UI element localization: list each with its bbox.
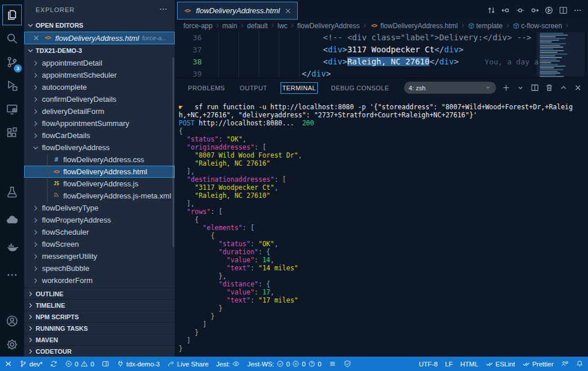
notifications[interactable] (576, 360, 583, 368)
breadcrumb-item[interactable]: force-app (183, 22, 213, 30)
line-number: 38 (175, 56, 202, 68)
activity-account[interactable] (0, 309, 24, 332)
sidebar-section-outline[interactable]: OUTLINE (24, 288, 175, 299)
tree-item[interactable]: flowPropertyAddress (24, 214, 175, 226)
tree-item[interactable]: workorderForm (24, 274, 175, 286)
chevron-right-icon (32, 277, 40, 285)
code-editor[interactable]: 36373839 <!-- <div class="label">Deliver… (175, 31, 588, 78)
nav-node-icon[interactable] (516, 6, 525, 15)
add-icon[interactable] (502, 83, 510, 92)
sidebar-section-codetour[interactable]: CODETOUR (24, 345, 175, 357)
js-file-icon: JS (52, 179, 61, 189)
tree-item[interactable]: flowScreen (24, 238, 175, 250)
activity-docker[interactable] (0, 236, 24, 259)
jest-ws-status[interactable]: Jest-WS:000 (247, 360, 321, 368)
breadcrumb-item[interactable]: default (247, 22, 268, 30)
activity-run-debug[interactable] (0, 74, 24, 97)
minimap[interactable] (536, 32, 585, 77)
sidebar-scrollbar[interactable] (172, 58, 174, 247)
problems-status[interactable]: 00 (65, 360, 94, 368)
sync-status[interactable] (50, 360, 57, 368)
terminal-line: ☛ sf run function -u http://localhost:80… (179, 103, 588, 111)
tree-item[interactable]: appointmentDetail (24, 57, 175, 69)
sidebar-section-timeline[interactable]: TIMELINE (24, 299, 175, 311)
panel-tab-problems[interactable]: PROBLEMS (187, 83, 226, 93)
sidebar-section-running-tasks[interactable]: RUNNING TASKS (24, 322, 175, 334)
tree-item[interactable]: flowCarDetails (24, 129, 175, 141)
eslint-status[interactable]: ESLint (486, 360, 515, 368)
tree-item[interactable]: flowDeliveryType (24, 202, 175, 214)
remote-indicator[interactable] (5, 360, 12, 368)
nav-forward-icon[interactable] (530, 6, 539, 15)
org-status[interactable]: tdx-demo-3 (117, 360, 160, 368)
language-mode[interactable]: HTML (460, 361, 478, 368)
split-editor-icon[interactable] (559, 6, 568, 15)
tree-item[interactable]: speechBubble (24, 262, 175, 274)
open-editors-header[interactable]: OPEN EDITORS (24, 19, 175, 32)
compare-changes-icon[interactable] (487, 6, 496, 15)
workspace-trust[interactable] (344, 360, 351, 368)
panel-tab-output[interactable]: OUTPUT (239, 83, 268, 93)
sidebar-section-maven[interactable]: MAVEN (24, 334, 175, 345)
tree-item[interactable]: flowScheduler (24, 226, 175, 238)
live-share[interactable]: Live Share (167, 360, 209, 368)
activity-source-control[interactable]: 3 (0, 51, 24, 74)
editor-tab[interactable]: <>flowDeliveryAddress.html (177, 2, 298, 20)
code-content[interactable]: <!-- <div class="label">Delivery:</div> … (205, 31, 588, 78)
git-branch-status[interactable]: dev* (20, 360, 43, 368)
status-bar-left: dev*00tdx-demo-3Live ShareJest:Jest-WS:0… (5, 360, 351, 368)
tree-item[interactable]: flowDeliveryAddress (24, 141, 175, 154)
breadcrumb-item[interactable]: lwc (278, 22, 287, 30)
eol[interactable]: LF (445, 361, 452, 368)
nav-back-icon[interactable] (501, 6, 510, 15)
tasks-menu[interactable] (329, 360, 336, 368)
status-bar-right: UTF-8LFHTMLESLintPrettier (419, 360, 583, 368)
breadcrumb-item[interactable]: c-flow-screen (513, 22, 562, 30)
tree-item[interactable]: appointmentScheduler (24, 69, 175, 81)
search-icon (6, 32, 18, 45)
chevron-up-icon[interactable] (559, 83, 568, 92)
extensions-icon (6, 127, 18, 139)
trash-icon[interactable] (545, 83, 554, 92)
jest-status[interactable]: Jest: (216, 360, 240, 368)
activity-extensions[interactable] (0, 121, 24, 144)
activity-more[interactable] (0, 263, 24, 286)
editor-layout[interactable] (102, 360, 109, 368)
line-number-gutter: 36373839 (175, 31, 202, 78)
breadcrumb-item[interactable]: template (468, 22, 503, 30)
sidebar-section-npm-scripts[interactable]: NPM SCRIPTS (24, 311, 175, 322)
code-line: <div>3117 Woodpecker Ct</div> (323, 44, 463, 56)
terminal-selector[interactable]: 4: zsh (404, 82, 496, 94)
run-circle-icon[interactable] (544, 6, 554, 15)
activity-cloud[interactable] (0, 208, 24, 231)
tree-item[interactable]: flowAppointmentSummary (24, 117, 175, 129)
tab-close-icon[interactable] (284, 7, 292, 15)
tree-item[interactable]: messengerUtility (24, 250, 175, 262)
activity-settings[interactable] (0, 333, 24, 356)
panel-tab-debug-console[interactable]: DEBUG CONSOLE (330, 83, 390, 93)
more-actions-icon[interactable] (159, 5, 168, 15)
tree-item[interactable]: deliveryDetailForm (24, 105, 175, 117)
more-icon[interactable] (573, 6, 582, 15)
project-header[interactable]: TDX21-DEMO-3 (24, 44, 175, 57)
prettier-status[interactable]: Prettier (522, 360, 554, 368)
more-icon (159, 5, 168, 14)
panel-tab-terminal[interactable]: TERMINAL (281, 83, 317, 93)
breadcrumb-item[interactable]: flowDeliveryAddress (297, 22, 360, 30)
breadcrumb-item[interactable]: <>flowDeliveryAddress.html (370, 21, 458, 30)
activity-explorer[interactable] (0, 3, 24, 26)
feedback[interactable] (561, 360, 568, 368)
chevron-small-down-icon[interactable] (516, 83, 525, 92)
activity-search[interactable] (0, 27, 24, 50)
split-editor-icon[interactable] (531, 83, 539, 92)
terminal-line: } (179, 304, 588, 312)
terminal-output[interactable]: ☛ sf run function -u http://localhost:80… (175, 97, 588, 357)
close-icon[interactable] (574, 83, 582, 92)
tree-item[interactable]: confirmDeliveryDetails (24, 93, 175, 105)
encoding[interactable]: UTF-8 (419, 361, 438, 368)
tree-item[interactable]: autocomplete (24, 81, 175, 93)
activity-remote-explorer[interactable] (0, 98, 24, 121)
breadcrumb-item[interactable]: main (222, 22, 237, 30)
activity-test-beaker[interactable] (0, 181, 24, 204)
open-editor-item[interactable]: <>flowDeliveryAddress.htmlforce-a... (24, 32, 175, 44)
